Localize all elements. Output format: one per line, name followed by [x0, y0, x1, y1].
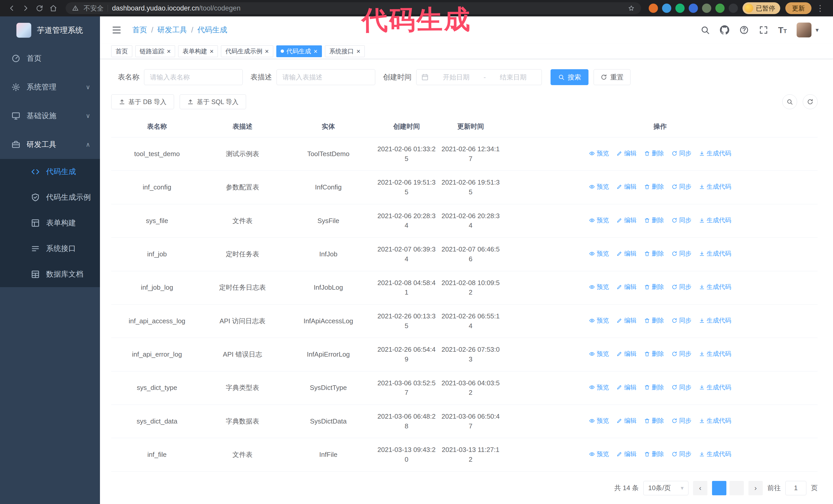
edit-link[interactable]: 编辑	[616, 383, 636, 392]
tab-close-icon[interactable]: ×	[357, 48, 360, 55]
edit-link[interactable]: 编辑	[616, 283, 636, 291]
sidebar-submenu-item[interactable]: 系统接口	[0, 236, 100, 262]
forward-icon[interactable]	[20, 3, 31, 14]
reload-icon[interactable]	[34, 3, 45, 14]
sync-link[interactable]: 同步	[671, 182, 691, 191]
sidebar-submenu-item[interactable]: 代码生成示例	[0, 185, 100, 210]
fullscreen-icon[interactable]	[759, 25, 768, 35]
extension-green-check-icon[interactable]	[675, 4, 685, 13]
avatar-caret-icon[interactable]: ▾	[815, 26, 819, 33]
breadcrumb-item[interactable]: 研发工具	[158, 25, 187, 35]
extension-puzzle-icon[interactable]	[729, 4, 738, 13]
extension-people-icon[interactable]	[689, 4, 698, 13]
browser-menu-icon[interactable]: ⋮	[813, 3, 827, 13]
toggle-search-button[interactable]	[782, 94, 797, 109]
tab-close-icon[interactable]: ×	[210, 48, 214, 55]
delete-link[interactable]: 删除	[644, 182, 664, 191]
edit-link[interactable]: 编辑	[616, 149, 636, 158]
sync-link[interactable]: 同步	[671, 450, 691, 459]
generate-code-link[interactable]: 生成代码	[699, 249, 731, 258]
sync-link[interactable]: 同步	[671, 416, 691, 425]
view-tab[interactable]: 表单构建 ×	[178, 45, 218, 57]
view-tab[interactable]: 代码生成示例 ×	[221, 45, 273, 57]
table-name-input[interactable]	[144, 69, 243, 85]
generate-code-link[interactable]: 生成代码	[699, 216, 731, 225]
generate-code-link[interactable]: 生成代码	[699, 149, 731, 158]
generate-code-link[interactable]: 生成代码	[699, 416, 731, 425]
bookmark-star-icon[interactable]	[627, 4, 635, 12]
sidebar-menu-item[interactable]: 系统管理 ∨	[0, 73, 100, 101]
edit-link[interactable]: 编辑	[616, 216, 636, 225]
search-icon[interactable]	[700, 25, 710, 35]
edit-link[interactable]: 编辑	[616, 350, 636, 358]
sidebar-toggle-icon[interactable]	[111, 25, 122, 35]
delete-link[interactable]: 删除	[644, 316, 664, 325]
preview-link[interactable]: 预览	[589, 283, 609, 291]
edit-link[interactable]: 编辑	[616, 182, 636, 191]
preview-link[interactable]: 预览	[589, 383, 609, 392]
extension-blue-drop-icon[interactable]	[662, 4, 671, 13]
sync-link[interactable]: 同步	[671, 350, 691, 358]
table-desc-input[interactable]	[277, 69, 375, 85]
sidebar-submenu-item[interactable]: 数据库文档	[0, 262, 100, 287]
prev-page-button[interactable]: ‹	[693, 481, 708, 495]
edit-link[interactable]: 编辑	[616, 316, 636, 325]
sync-link[interactable]: 同步	[671, 283, 691, 291]
tab-close-icon[interactable]: ×	[167, 48, 171, 55]
delete-link[interactable]: 删除	[644, 216, 664, 225]
home-icon[interactable]	[48, 3, 59, 14]
generate-code-link[interactable]: 生成代码	[699, 182, 731, 191]
tab-close-icon[interactable]: ×	[265, 48, 269, 55]
sidebar-menu-item[interactable]: 首页	[0, 44, 100, 73]
generate-code-link[interactable]: 生成代码	[699, 283, 731, 291]
insecure-warning-icon[interactable]	[71, 4, 79, 12]
user-avatar[interactable]	[796, 23, 811, 38]
extension-gray-green-icon[interactable]	[702, 4, 711, 13]
delete-link[interactable]: 删除	[644, 283, 664, 291]
generate-code-link[interactable]: 生成代码	[699, 316, 731, 325]
search-button[interactable]: 搜索	[551, 69, 589, 85]
sidebar-submenu-item[interactable]: 代码生成	[0, 159, 100, 185]
breadcrumb-item[interactable]: 首页	[132, 25, 147, 35]
preview-link[interactable]: 预览	[589, 350, 609, 358]
font-size-icon[interactable]: TT	[778, 25, 787, 35]
preview-link[interactable]: 预览	[589, 216, 609, 225]
edit-link[interactable]: 编辑	[616, 416, 636, 425]
generate-code-link[interactable]: 生成代码	[699, 350, 731, 358]
edit-link[interactable]: 编辑	[616, 249, 636, 258]
sidebar-menu-item[interactable]: 研发工具 ∧	[0, 130, 100, 159]
delete-link[interactable]: 删除	[644, 416, 664, 425]
page-number-button[interactable]	[730, 481, 744, 495]
page-size-select[interactable]: 10条/页 ▾	[643, 481, 688, 495]
sidebar-submenu-item[interactable]: 表单构建	[0, 210, 100, 236]
preview-link[interactable]: 预览	[589, 450, 609, 459]
extension-fox-icon[interactable]	[649, 4, 658, 13]
view-tab[interactable]: 链路追踪 ×	[135, 45, 175, 57]
preview-link[interactable]: 预览	[589, 249, 609, 258]
delete-link[interactable]: 删除	[644, 249, 664, 258]
view-tab[interactable]: 系统接口 ×	[325, 45, 365, 57]
preview-link[interactable]: 预览	[589, 182, 609, 191]
help-icon[interactable]	[739, 25, 749, 35]
view-tab[interactable]: 首页 ×	[111, 45, 132, 57]
delete-link[interactable]: 删除	[644, 383, 664, 392]
app-logo[interactable]: 芋道管理系统	[0, 17, 100, 44]
profile-chip[interactable]: 已暂停	[742, 2, 780, 14]
preview-link[interactable]: 预览	[589, 316, 609, 325]
preview-link[interactable]: 预览	[589, 416, 609, 425]
view-tab[interactable]: 代码生成 ×	[276, 45, 322, 57]
sync-link[interactable]: 同步	[671, 216, 691, 225]
preview-link[interactable]: 预览	[589, 149, 609, 158]
refresh-table-button[interactable]	[803, 94, 818, 109]
back-icon[interactable]	[6, 3, 18, 14]
next-page-button[interactable]: ›	[748, 481, 763, 495]
browser-update-button[interactable]: 更新	[785, 2, 811, 14]
github-icon[interactable]	[720, 25, 730, 35]
import-db-button[interactable]: 基于 DB 导入	[111, 94, 174, 109]
sidebar-menu-item[interactable]: 基础设施 ∨	[0, 101, 100, 130]
edit-link[interactable]: 编辑	[616, 450, 636, 459]
tab-close-icon[interactable]: ×	[314, 48, 317, 55]
page-number-button[interactable]	[712, 481, 727, 495]
import-sql-button[interactable]: 基于 SQL 导入	[180, 94, 246, 109]
reset-button[interactable]: 重置	[594, 69, 630, 85]
